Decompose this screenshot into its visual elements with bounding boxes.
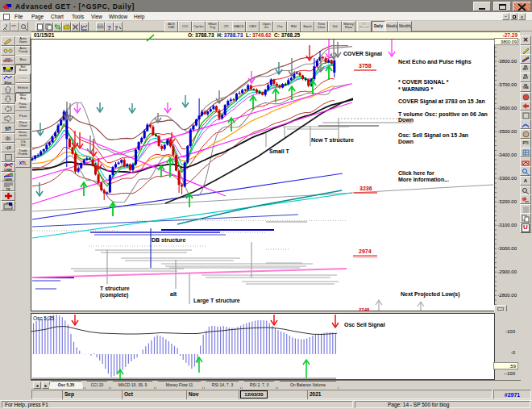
- svg-text:Down: Down: [398, 117, 414, 123]
- svg-text:Click here for: Click here for: [398, 170, 434, 176]
- svg-text:New T structure: New T structure: [311, 137, 354, 143]
- svg-text:* WARNING *: * WARNING *: [398, 86, 433, 92]
- svg-text:Small T: Small T: [269, 148, 290, 154]
- svg-text:COVER Signal: COVER Signal: [343, 51, 382, 57]
- svg-text:* COVER SIGNAL *: * COVER SIGNAL *: [398, 79, 449, 85]
- svg-text:T structure: T structure: [100, 286, 130, 291]
- svg-text:More Information...: More Information...: [398, 177, 449, 182]
- svg-text:?: ?: [107, 23, 111, 31]
- svg-text:COVER Signal at 3783 on 15 Jan: COVER Signal at 3783 on 15 Jan: [398, 98, 485, 105]
- svg-text:(complete): (complete): [100, 292, 128, 298]
- svg-text:2974: 2974: [359, 248, 372, 254]
- svg-text:Osc 5,35: Osc 5,35: [33, 315, 54, 321]
- svg-text:DB structure: DB structure: [152, 237, 186, 243]
- svg-text:Large T structure: Large T structure: [193, 298, 240, 304]
- svg-text:Osc Sell Signal: Osc Sell Signal: [344, 322, 385, 328]
- svg-text:3236: 3236: [360, 186, 372, 191]
- svg-text:“”: “”: [11, 23, 16, 31]
- svg-text:alt: alt: [170, 291, 177, 297]
- svg-text:Next Echo and Pulse Highs: Next Echo and Pulse Highs: [398, 59, 472, 65]
- svg-text:Osc: Sell Signal on 15 Jan: Osc: Sell Signal on 15 Jan: [398, 132, 468, 139]
- svg-text:?: ?: [114, 24, 118, 30]
- svg-text:Down: Down: [398, 139, 414, 144]
- svg-text:3758: 3758: [359, 63, 372, 69]
- svg-text:Next Projected Low(s): Next Projected Low(s): [401, 291, 460, 298]
